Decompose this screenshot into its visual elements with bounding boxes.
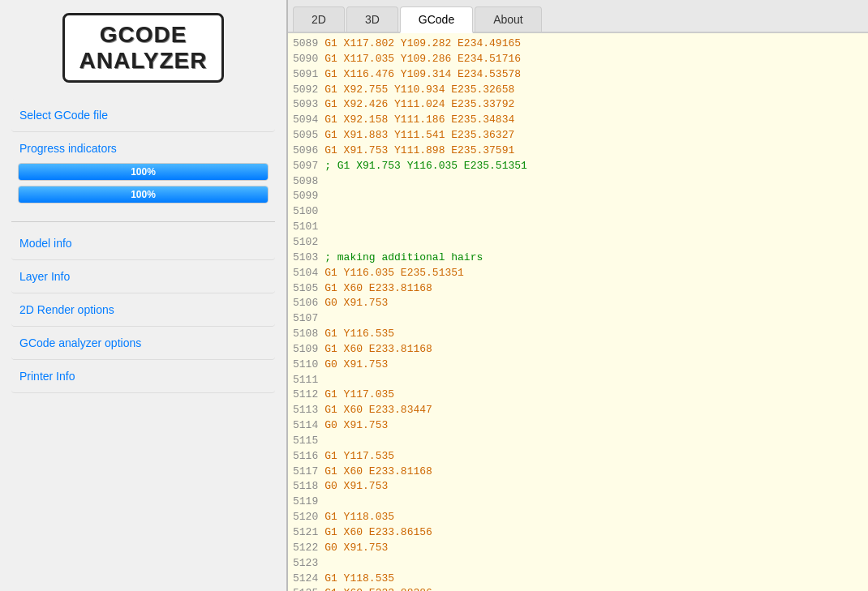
line-number: 5099 [288,189,324,204]
table-row: 5121G1 X60 E233.86156 [288,525,868,541]
line-number: 5119 [288,495,324,510]
line-number: 5107 [288,311,324,327]
line-code: ; G1 X91.753 Y116.035 E235.51351 [324,159,868,174]
table-row: 5094G1 X92.158 Y111.186 E235.34834 [288,113,868,128]
line-code: G1 X91.883 Y111.541 E235.36327 [324,128,868,143]
table-row: 5116G1 Y117.535 [288,449,868,465]
logo-area: GCODE ANALYZER [11,13,275,83]
tab-3d[interactable]: 3D [346,6,398,32]
tab-2d[interactable]: 2D [293,6,345,32]
table-row: 5097; G1 X91.753 Y116.035 E235.51351 [288,159,868,174]
model-info-button[interactable]: Model info [11,227,275,260]
line-number: 5090 [288,52,324,67]
divider [11,221,275,222]
right-panel: 2D 3D GCode About 5089G1 X117.802 Y109.2… [288,0,868,591]
line-code: G1 X60 E233.86156 [324,525,868,541]
layer-info-button[interactable]: Layer Info [11,260,275,293]
progress-fill-1: 100% [19,164,268,180]
line-code: G1 X117.035 Y109.286 E234.51716 [324,52,868,67]
table-row: 5090G1 X117.035 Y109.286 E234.51716 [288,52,868,67]
table-row: 5092G1 X92.755 Y110.934 E235.32658 [288,83,868,98]
gcode-analyzer-options-button[interactable]: GCode analyzer options [11,327,275,360]
line-code: G0 X91.753 [324,358,868,373]
line-number: 5113 [288,403,324,418]
line-number: 5094 [288,113,324,128]
table-row: 5104G1 Y116.035 E235.51351 [288,266,868,281]
table-row: 5106G0 X91.753 [288,296,868,311]
line-code: G1 X92.426 Y111.024 E235.33792 [324,97,868,113]
line-code: G1 X60 E233.81168 [324,342,868,358]
line-number: 5095 [288,128,324,143]
line-code [324,434,868,449]
table-row: 5107 [288,311,868,327]
table-row: 5124G1 Y118.535 [288,572,868,587]
line-number: 5096 [288,143,324,159]
line-code: G1 Y116.035 E235.51351 [324,266,868,281]
table-row: 5099 [288,189,868,204]
line-number: 5102 [288,235,324,251]
line-number: 5117 [288,465,324,480]
table-row: 5113G1 X60 E233.83447 [288,403,868,418]
line-number: 5118 [288,479,324,495]
table-row: 5118G0 X91.753 [288,479,868,495]
line-number: 5101 [288,220,324,235]
table-row: 5098 [288,174,868,190]
line-code: G1 X91.753 Y111.898 E235.37591 [324,143,868,159]
line-code: G1 X116.476 Y109.314 E234.53578 [324,67,868,83]
line-code: G1 Y117.535 [324,449,868,465]
table-row: 5093G1 X92.426 Y111.024 E235.33792 [288,97,868,113]
logo-line1: GCODE [79,22,208,48]
line-code: G0 X91.753 [324,541,868,556]
line-code [324,204,868,220]
table-row: 5120G1 Y118.035 [288,510,868,525]
code-scroll[interactable]: 5089G1 X117.802 Y109.282 E234.491655090G… [288,33,868,591]
table-row: 5102 [288,235,868,251]
table-row: 5125G1 X60 E233.88386 [288,586,868,591]
line-code [324,556,868,572]
logo-box: GCODE ANALYZER [62,13,225,83]
line-code: G1 X60 E233.88386 [324,586,868,591]
line-number: 5124 [288,572,324,587]
table-row: 5123 [288,556,868,572]
table-row: 5109G1 X60 E233.81168 [288,342,868,358]
table-row: 5095G1 X91.883 Y111.541 E235.36327 [288,128,868,143]
line-number: 5089 [288,36,324,52]
select-file-button[interactable]: Select GCode file [11,99,275,132]
line-code [324,373,868,388]
line-number: 5091 [288,67,324,83]
line-code [324,495,868,510]
line-number: 5092 [288,83,324,98]
line-code: G1 Y117.035 [324,388,868,403]
progress-section: Progress indicators 100% 100% [11,137,275,208]
table-row: 5100 [288,204,868,220]
line-code [324,235,868,251]
table-row: 5101 [288,220,868,235]
line-number: 5106 [288,296,324,311]
line-code: G1 X92.755 Y110.934 E235.32658 [324,83,868,98]
line-number: 5103 [288,251,324,266]
line-code: G1 Y118.535 [324,572,868,587]
line-code: G0 X91.753 [324,296,868,311]
line-number: 5097 [288,159,324,174]
line-number: 5122 [288,541,324,556]
tabs-bar: 2D 3D GCode About [288,0,868,33]
logo-text: GCODE ANALYZER [79,22,208,74]
progress-label: Progress indicators [11,137,275,160]
line-number: 5093 [288,97,324,113]
line-code: G1 X60 E233.83447 [324,403,868,418]
line-code [324,311,868,327]
line-code [324,189,868,204]
progress-bar-2: 100% [18,186,269,203]
progress-fill-2: 100% [19,186,268,203]
table-row: 5114G0 X91.753 [288,418,868,434]
table-row: 5115 [288,434,868,449]
tab-about[interactable]: About [475,6,542,32]
table-row: 5111 [288,373,868,388]
line-number: 5111 [288,373,324,388]
table-row: 5108G1 Y116.535 [288,327,868,342]
line-number: 5112 [288,388,324,403]
2d-render-options-button[interactable]: 2D Render options [11,293,275,327]
tab-gcode[interactable]: GCode [400,6,473,33]
printer-info-button[interactable]: Printer Info [11,360,275,393]
line-number: 5100 [288,204,324,220]
